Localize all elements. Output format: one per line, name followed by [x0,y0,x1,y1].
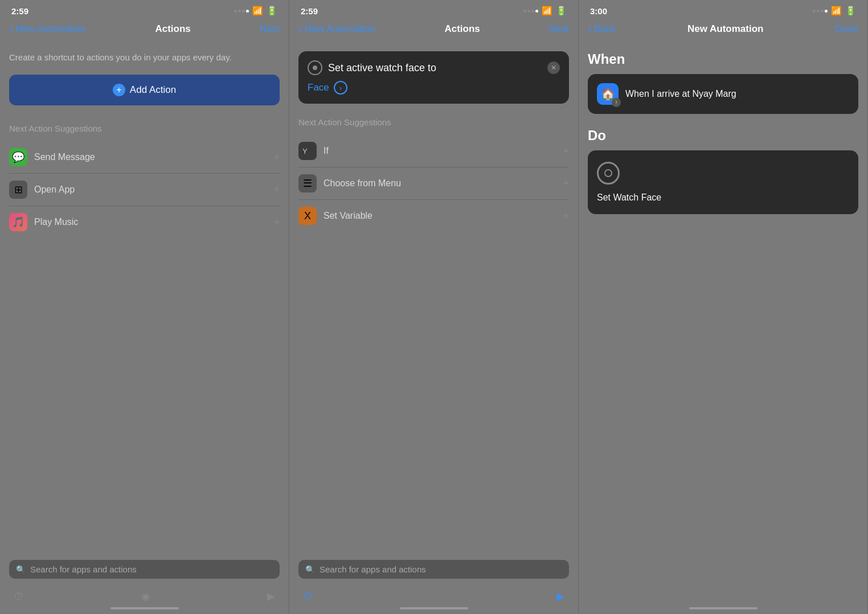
back-chevron-icon-3 [588,22,592,36]
suggestion-label-app: Open App [34,185,273,195]
when-card: 🏠 🚶 When I arrive at Nyay Marg [588,74,858,114]
home-indicator-1 [110,607,179,609]
panel-2: 2:59 📶 🔋 New Automation Actions Next [289,0,579,614]
search-icon-2: 🔍 [305,565,315,574]
bottom-left-icon-1: ⏱ [14,591,24,603]
suggestion-set-variable[interactable]: X Set Variable + [298,200,569,232]
nav-done[interactable]: Done [835,23,858,35]
bottom-icons-2: ⏱ ▶ [289,583,578,614]
action-card: Set active watch face to ✕ Face › [298,51,569,104]
nav-back-3[interactable]: Back [588,22,616,36]
bottom-icons-3 [579,605,867,614]
status-bar-1: 2:59 📶 🔋 [0,0,289,19]
add-suggestion-send[interactable]: + [273,152,280,163]
signal-icon-3 [813,10,828,13]
add-suggestion-if[interactable]: + [563,145,569,157]
bottom-left-icon-2: ⏱ [303,591,313,603]
home-arrive-icon: 🏠 🚶 [597,83,619,105]
nav-bar-3: Back New Automation Done [579,19,867,42]
nav-next-2[interactable]: Next [549,23,569,35]
nav-back-label-1: New Automation [15,23,86,35]
nav-title-3: New Automation [687,23,763,35]
bottom-right-icon-1: ▶ [267,590,275,603]
suggestion-label-music: Play Music [34,217,273,227]
suggestion-choose-menu[interactable]: ☰ Choose from Menu + [298,167,569,200]
face-chevron-icon[interactable]: › [334,81,347,95]
nav-back-label-3: Back [594,23,616,35]
suggestion-if[interactable]: Y If + [298,135,569,167]
bottom-mid-icon-1: ◉ [141,590,150,603]
when-do-panel: When 🏠 🚶 When I arrive at Nyay Marg Do S… [579,42,867,605]
action-title: Set active watch face to [328,62,542,74]
do-header: Do [588,128,858,144]
nav-next-1[interactable]: Next [260,23,280,35]
bottom-icons-1: ⏱ ◉ ▶ [0,583,289,614]
description-text: Create a shortcut to actions you do in y… [9,51,280,63]
action-face-row: Face › [308,81,560,95]
add-suggestion-menu[interactable]: + [563,178,569,190]
home-indicator-2 [400,607,468,609]
search-placeholder-1: Search for apps and actions [30,564,137,574]
suggestions-header-2: Next Action Suggestions [298,117,569,127]
panel-3: 3:00 📶 🔋 Back New Automation Done When [579,0,868,614]
status-bar-2: 2:59 📶 🔋 [289,0,578,19]
person-badge: 🚶 [612,98,621,107]
suggestion-send-message[interactable]: 💬 Send Message + [9,141,280,174]
status-icons-2: 📶 🔋 [523,6,567,16]
add-action-button[interactable]: + Add Action [9,75,280,105]
battery-icon-3: 🔋 [845,6,856,16]
plus-circle-icon: + [113,84,125,96]
add-suggestion-app[interactable]: + [273,184,280,196]
nav-title-1: Actions [155,23,190,35]
when-header: When [588,51,858,67]
do-watch-icon [597,162,620,185]
search-bar-2[interactable]: 🔍 Search for apps and actions [298,560,569,579]
add-suggestion-music[interactable]: + [273,216,280,228]
panel-2-content: Set active watch face to ✕ Face › Next A… [289,42,578,555]
suggestions-header-1: Next Action Suggestions [9,124,280,133]
do-label: Set Watch Face [597,193,661,203]
search-bar-1[interactable]: 🔍 Search for apps and actions [9,560,280,579]
time-3: 3:00 [590,6,607,16]
home-indicator-3 [689,607,758,609]
nav-bar-2: New Automation Actions Next [289,19,578,42]
wifi-icon: 📶 [252,6,263,16]
signal-icon [234,10,249,13]
variable-icon: X [298,207,317,225]
when-item[interactable]: 🏠 🚶 When I arrive at Nyay Marg [597,83,849,105]
suggestion-label-if: If [324,146,563,156]
status-icons-3: 📶 🔋 [813,6,856,16]
close-button[interactable]: ✕ [547,62,560,74]
back-chevron-icon [9,22,13,36]
do-card: Set Watch Face [588,150,858,214]
bottom-right-icon-2[interactable]: ▶ [556,590,564,603]
nav-bar-1: New Automation Actions Next [0,19,289,42]
music-icon: 🎵 [9,213,27,231]
svg-text:Y: Y [302,147,308,155]
face-link[interactable]: Face [308,82,329,93]
if-icon: Y [298,142,317,160]
message-icon: 💬 [9,148,27,166]
wifi-icon-2: 📶 [542,6,552,16]
suggestion-play-music[interactable]: 🎵 Play Music + [9,206,280,238]
suggestion-label-send: Send Message [34,152,273,162]
battery-icon-2: 🔋 [556,6,567,16]
suggestion-label-menu: Choose from Menu [324,178,563,189]
signal-icon-2 [523,10,538,13]
watch-face-icon [308,60,322,75]
panel-1: 2:59 📶 🔋 New Automation Actions Next Cre… [0,0,289,614]
nav-back-2[interactable]: New Automation [298,22,375,36]
add-action-label: Add Action [130,84,176,96]
search-icon-1: 🔍 [16,565,26,574]
time-1: 2:59 [11,6,28,16]
nav-back-1[interactable]: New Automation [9,22,86,36]
nav-title-2: Actions [444,23,480,35]
add-suggestion-variable[interactable]: + [563,210,569,222]
suggestion-open-app[interactable]: ⊞ Open App + [9,174,280,206]
panel-1-content: Create a shortcut to actions you do in y… [0,42,289,555]
action-card-header: Set active watch face to ✕ [308,60,560,75]
when-text: When I arrive at Nyay Marg [625,89,736,99]
battery-icon: 🔋 [267,6,277,16]
search-placeholder-2: Search for apps and actions [320,564,426,574]
nav-back-label-2: New Automation [305,23,375,35]
